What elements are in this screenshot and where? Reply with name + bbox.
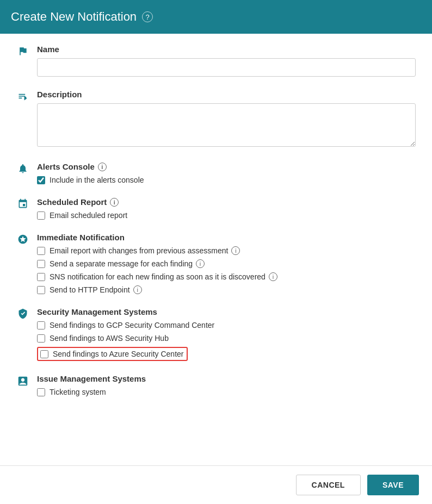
immediate-checkbox-2[interactable] — [37, 273, 45, 281]
scheduled-report-content: Scheduled Report i Email scheduled repor… — [37, 197, 416, 220]
immediate-info-icon-2[interactable]: i — [269, 272, 277, 281]
issue-cb-row-0: Ticketing system — [37, 388, 416, 396]
alerts-console-icon — [16, 163, 29, 174]
immediate-cb-row-1: Send a separate message for each finding… — [37, 259, 416, 268]
security-checkbox-label-2[interactable]: Send findings to Azure Security Center — [53, 350, 183, 358]
security-management-content: Security Management Systems Send finding… — [37, 307, 416, 361]
immediate-checkbox-label-0[interactable]: Email report with changes from previous … — [50, 246, 240, 255]
immediate-cb-row-3: Send to HTTP Endpoint i — [37, 285, 416, 294]
issue-checkbox-0[interactable] — [37, 388, 45, 396]
security-management-section: Security Management Systems Send finding… — [16, 307, 416, 361]
description-label: Description — [37, 90, 416, 99]
immediate-checkbox-1[interactable] — [37, 260, 45, 268]
modal-body: Name Description — [0, 34, 432, 465]
azure-security-highlighted: Send findings to Azure Security Center — [37, 347, 188, 361]
immediate-info-icon-0[interactable]: i — [231, 246, 240, 255]
cancel-button[interactable]: CANCEL — [296, 475, 361, 495]
security-cb-row-1: Send findings to AWS Security Hub — [37, 334, 416, 343]
scheduled-report-section: Scheduled Report i Email scheduled repor… — [16, 197, 416, 220]
security-checkbox-label-0[interactable]: Send findings to GCP Security Command Ce… — [50, 321, 214, 329]
immediate-notification-label: Immediate Notification — [37, 233, 416, 242]
immediate-notification-section: Immediate Notification Email report with… — [16, 233, 416, 294]
alerts-console-content: Alerts Console i Include in the alerts c… — [37, 162, 416, 184]
description-section: Description — [16, 90, 416, 149]
scheduled-report-checkbox[interactable] — [37, 211, 45, 220]
issue-management-section: Issue Management Systems Ticketing syste… — [16, 374, 416, 396]
name-label: Name — [37, 45, 416, 54]
save-button[interactable]: SAVE — [367, 475, 419, 495]
alerts-console-checkbox-row: Include in the alerts console — [37, 176, 416, 184]
immediate-notification-icon — [16, 234, 29, 245]
help-icon[interactable]: ? — [142, 11, 153, 22]
security-cb-row-2: Send findings to Azure Security Center — [37, 347, 416, 361]
issue-checkbox-label-0[interactable]: Ticketing system — [50, 388, 106, 396]
security-management-label: Security Management Systems — [37, 307, 416, 316]
immediate-info-icon-3[interactable]: i — [133, 285, 142, 294]
immediate-checkbox-3[interactable] — [37, 286, 45, 294]
scheduled-report-info-icon[interactable]: i — [110, 198, 119, 207]
modal-title: Create New Notification — [11, 10, 137, 24]
alerts-console-checkbox-label[interactable]: Include in the alerts console — [50, 176, 144, 184]
issue-management-icon — [16, 375, 29, 387]
modal-container: Create New Notification ? Name — [0, 0, 432, 504]
immediate-info-icon-1[interactable]: i — [196, 259, 205, 268]
scheduled-report-label: Scheduled Report i — [37, 197, 416, 207]
security-management-icon — [16, 308, 29, 319]
immediate-cb-row-2: SNS notification for each new finding as… — [37, 272, 416, 281]
alerts-console-label: Alerts Console i — [37, 162, 416, 171]
description-content: Description — [37, 90, 416, 149]
scheduled-report-icon — [16, 198, 29, 209]
immediate-checkbox-0[interactable] — [37, 247, 45, 255]
immediate-cb-row-0: Email report with changes from previous … — [37, 246, 416, 255]
alerts-console-info-icon[interactable]: i — [98, 163, 107, 171]
immediate-checkbox-label-2[interactable]: SNS notification for each new finding as… — [50, 272, 277, 281]
security-checkbox-2[interactable] — [40, 350, 48, 358]
immediate-notification-content: Immediate Notification Email report with… — [37, 233, 416, 294]
security-checkbox-1[interactable] — [37, 334, 45, 343]
name-input[interactable] — [37, 58, 416, 77]
issue-management-content: Issue Management Systems Ticketing syste… — [37, 374, 416, 396]
security-cb-row-0: Send findings to GCP Security Command Ce… — [37, 321, 416, 329]
issue-management-label: Issue Management Systems — [37, 374, 416, 383]
modal-header: Create New Notification ? — [0, 0, 432, 34]
immediate-checkbox-label-3[interactable]: Send to HTTP Endpoint i — [50, 285, 142, 294]
scheduled-report-checkbox-label[interactable]: Email scheduled report — [50, 211, 127, 220]
alerts-console-checkbox[interactable] — [37, 176, 45, 184]
security-checkbox-label-1[interactable]: Send findings to AWS Security Hub — [50, 334, 169, 343]
alerts-console-section: Alerts Console i Include in the alerts c… — [16, 162, 416, 184]
name-section: Name — [16, 45, 416, 77]
immediate-checkbox-label-1[interactable]: Send a separate message for each finding… — [50, 259, 205, 268]
description-input[interactable] — [37, 103, 416, 147]
description-icon — [16, 91, 29, 102]
name-icon — [16, 46, 29, 57]
security-checkbox-0[interactable] — [37, 321, 45, 329]
modal-footer: CANCEL SAVE — [0, 465, 432, 504]
scheduled-report-checkbox-row: Email scheduled report — [37, 211, 416, 220]
name-content: Name — [37, 45, 416, 77]
